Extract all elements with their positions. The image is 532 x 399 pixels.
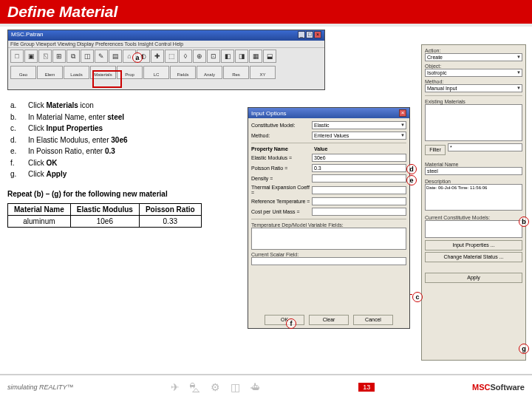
page-title: Define Material xyxy=(7,3,117,21)
constitutive-list[interactable] xyxy=(425,220,522,238)
tb-icon[interactable]: ◊ xyxy=(179,50,192,63)
step-e: e.In Poisson Ratio, enter 0.3 xyxy=(10,146,128,157)
callout-c: c xyxy=(412,292,423,302)
tb-loads[interactable]: Loads xyxy=(64,66,89,79)
title-bar: Define Material xyxy=(0,0,532,24)
tb-icon[interactable]: ▣ xyxy=(24,50,38,63)
tb-icon[interactable]: ⍂ xyxy=(38,50,52,63)
method-select[interactable]: Manual Input xyxy=(425,84,522,92)
ccm-label: Current Constitutive Models: xyxy=(425,215,522,220)
curfield-field[interactable] xyxy=(251,257,406,265)
gear-icon: ⚙ xyxy=(211,381,220,393)
menu-bar[interactable]: File Group Viewport Viewing Display Pref… xyxy=(8,41,324,48)
tb-elements[interactable]: Elem xyxy=(37,66,63,79)
close-icon[interactable]: × xyxy=(314,31,321,38)
method-label: Method: xyxy=(425,79,522,84)
input-properties-button[interactable]: Input Properties ... xyxy=(425,240,522,250)
matname-label: Material Name xyxy=(425,162,522,167)
tb-fields[interactable]: Fields xyxy=(170,66,196,79)
patran-window: MSC.Patran _ □ × File Group Viewport Vie… xyxy=(7,30,325,90)
tb-icon[interactable]: ⊡ xyxy=(207,50,220,63)
tb-icon[interactable]: □ xyxy=(10,50,24,63)
callout-a: a xyxy=(132,52,143,63)
step-d: d.In Elastic Modulus, enter 30e6 xyxy=(10,134,128,146)
therm-label: Thermal Expansion Coeff = xyxy=(251,185,312,195)
ref-label: Reference Temperature = xyxy=(251,199,312,204)
step-a: a.Click Materials icon xyxy=(10,100,128,112)
footer-icons: ✈ ⛍ ⚙ ◫ ⛴ xyxy=(171,381,261,393)
dmethod-label: Method: xyxy=(251,133,312,138)
curfield-label: Current Scalar Field: xyxy=(251,252,406,257)
action-label: Action: xyxy=(425,48,522,53)
dialog-close-icon[interactable]: × xyxy=(399,109,406,117)
ship-icon: ⛴ xyxy=(250,381,261,393)
description-field[interactable]: Date: 06-Jul-06 Time: 11:56:06 xyxy=(425,184,522,211)
existing-list[interactable] xyxy=(425,104,522,141)
table-row: aluminum10e60.33 xyxy=(8,216,202,228)
filter-button[interactable]: Filter xyxy=(425,145,446,155)
cancel-button[interactable]: Cancel xyxy=(353,315,393,325)
tb-icon[interactable]: ▤ xyxy=(109,50,122,63)
th-em: Elastic Modulus xyxy=(70,204,139,216)
footer: simulating REALITY™ ✈ ⛍ ⚙ ◫ ⛴ 13 MSCSoft… xyxy=(0,374,532,399)
ok-button[interactable]: OK xyxy=(265,315,304,325)
clear-button[interactable]: Clear xyxy=(309,315,349,325)
input-options-dialog: Input Options × Constitutive Model:Elast… xyxy=(248,107,410,329)
tb-analysis[interactable]: Analy xyxy=(197,66,222,79)
change-status-button[interactable]: Change Material Status ... xyxy=(425,252,522,262)
pr-label: Poisson Ratio = xyxy=(251,166,312,171)
step-g: g.Click Apply xyxy=(10,168,128,180)
tb-icon[interactable]: ◧ xyxy=(221,50,234,63)
tb-icon[interactable]: ◫ xyxy=(81,50,94,63)
dmethod-select[interactable]: Entered Values xyxy=(312,132,406,140)
step-f: f.Click OK xyxy=(10,157,128,169)
maximize-icon[interactable]: □ xyxy=(306,31,313,38)
propname-header: Property Name xyxy=(251,146,312,151)
minimize-icon[interactable]: _ xyxy=(298,31,305,38)
step-list: a.Click Materials icon b.In Material Nam… xyxy=(10,100,128,180)
tb-icon[interactable]: ⊞ xyxy=(52,50,66,63)
plane-icon: ✈ xyxy=(171,381,180,393)
filter-field[interactable]: * xyxy=(448,143,522,151)
th-pr: Poisson Ratio xyxy=(139,204,201,216)
material-name-field[interactable]: steel xyxy=(425,167,522,175)
density-field[interactable] xyxy=(312,174,406,183)
divider xyxy=(0,24,532,27)
step-b: b.In Material Name, enter steel xyxy=(10,112,128,123)
toolbar-row-2: Geo Elem Loads Materials Prop LC Fields … xyxy=(8,64,324,81)
callout-d: d xyxy=(406,164,417,174)
tb-icon[interactable]: ◨ xyxy=(235,50,248,63)
msc-logo: MSCSoftware xyxy=(472,383,525,392)
tb-xy[interactable]: XY xyxy=(250,66,276,79)
action-select[interactable]: Create xyxy=(425,53,522,61)
patran-title-text: MSC.Patran xyxy=(11,31,44,40)
toolbar-row-1: □ ▣ ⍂ ⊞ ⧉ ◫ ✎ ▤ ⌂ ◐ ✚ ⬚ ◊ ⊕ ⊡ ◧ ◨ ▦ ⬓ xyxy=(8,48,324,64)
page-number: 13 xyxy=(358,383,375,392)
em-field[interactable]: 30e6 xyxy=(312,154,406,162)
tempdep-list[interactable] xyxy=(251,228,406,250)
callout-g: g xyxy=(519,344,529,354)
tb-icon[interactable]: ⬓ xyxy=(263,50,276,63)
dialog-title: Input Options xyxy=(251,110,287,117)
cm-select[interactable]: Elastic xyxy=(312,121,406,129)
tb-icon[interactable]: ⊕ xyxy=(193,50,206,63)
cost-field[interactable] xyxy=(312,208,406,216)
repeat-text: Repeat (b) – (g) for the following new m… xyxy=(7,190,168,198)
pr-field[interactable]: 0.3 xyxy=(312,164,406,172)
tb-icon[interactable]: ✚ xyxy=(151,50,164,63)
tb-loadcases[interactable]: LC xyxy=(143,66,169,79)
tb-icon[interactable]: ⧉ xyxy=(66,50,80,63)
tb-icon[interactable]: ▦ xyxy=(249,50,262,63)
value-header: Value xyxy=(312,146,338,151)
tb-icon[interactable]: ✎ xyxy=(95,50,108,63)
ref-field[interactable] xyxy=(312,197,406,205)
em-label: Elastic Modulus = xyxy=(251,155,312,160)
tb-icon[interactable]: ⬚ xyxy=(165,50,178,63)
tb-results[interactable]: Res xyxy=(223,66,249,79)
callout-f: f xyxy=(286,318,296,329)
therm-field[interactable] xyxy=(312,186,406,194)
object-select[interactable]: Isotropic xyxy=(425,69,522,77)
material-table: Material NameElastic ModulusPoisson Rati… xyxy=(7,203,202,228)
apply-button[interactable]: Apply xyxy=(425,273,522,283)
tb-geometry[interactable]: Geo xyxy=(10,66,36,79)
